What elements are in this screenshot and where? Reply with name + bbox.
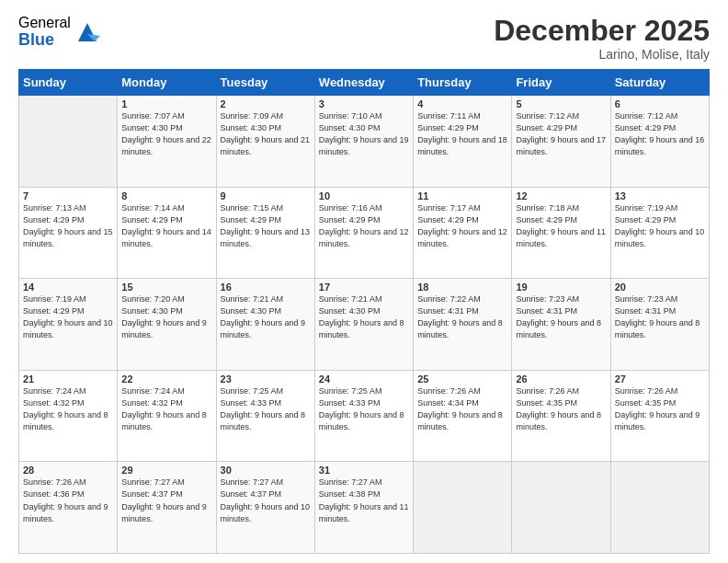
day-number: 2 [221,98,311,109]
day-number: 13 [615,190,705,201]
day-info: Sunrise: 7:18 AMSunset: 4:29 PMDaylight:… [516,202,606,250]
day-number: 24 [319,373,409,385]
day-info: Sunrise: 7:07 AMSunset: 4:30 PMDaylight:… [121,110,211,158]
table-row: 3Sunrise: 7:10 AMSunset: 4:30 PMDaylight… [314,96,413,188]
table-row: 27Sunrise: 7:26 AMSunset: 4:35 PMDayligh… [610,370,709,462]
day-info: Sunrise: 7:24 AMSunset: 4:32 PMDaylight:… [23,385,113,433]
table-row: 26Sunrise: 7:26 AMSunset: 4:35 PMDayligh… [512,370,610,462]
day-info: Sunrise: 7:11 AMSunset: 4:29 PMDaylight:… [417,110,507,158]
day-info: Sunrise: 7:26 AMSunset: 4:34 PMDaylight:… [417,385,507,433]
table-row [414,462,512,554]
day-number: 22 [121,373,211,385]
table-row: 24Sunrise: 7:25 AMSunset: 4:33 PMDayligh… [314,370,413,462]
day-number: 6 [615,98,705,109]
day-info: Sunrise: 7:22 AMSunset: 4:31 PMDaylight:… [417,293,507,341]
day-info: Sunrise: 7:15 AMSunset: 4:29 PMDaylight:… [221,202,311,250]
day-number: 4 [417,98,507,109]
day-info: Sunrise: 7:27 AMSunset: 4:37 PMDaylight:… [121,477,211,524]
day-number: 19 [516,282,606,293]
day-info: Sunrise: 7:25 AMSunset: 4:33 PMDaylight:… [319,385,409,433]
table-row [610,462,709,554]
day-info: Sunrise: 7:19 AMSunset: 4:29 PMDaylight:… [615,202,705,250]
table-row: 5Sunrise: 7:12 AMSunset: 4:29 PMDaylight… [512,96,610,188]
day-number: 12 [516,190,606,201]
day-info: Sunrise: 7:21 AMSunset: 4:30 PMDaylight:… [319,293,409,341]
logo-text: General Blue [18,15,71,49]
day-number: 9 [221,190,311,201]
day-info: Sunrise: 7:26 AMSunset: 4:35 PMDaylight:… [516,385,606,433]
day-info: Sunrise: 7:19 AMSunset: 4:29 PMDaylight:… [23,293,113,341]
table-row: 6Sunrise: 7:12 AMSunset: 4:29 PMDaylight… [610,96,709,188]
table-row: 14Sunrise: 7:19 AMSunset: 4:29 PMDayligh… [19,279,118,371]
table-row: 28Sunrise: 7:26 AMSunset: 4:36 PMDayligh… [19,462,118,554]
day-info: Sunrise: 7:13 AMSunset: 4:29 PMDaylight:… [23,202,113,250]
table-row: 20Sunrise: 7:23 AMSunset: 4:31 PMDayligh… [610,279,709,371]
location: Larino, Molise, Italy [494,47,710,62]
table-row: 21Sunrise: 7:24 AMSunset: 4:32 PMDayligh… [19,370,118,462]
day-number: 18 [417,282,507,293]
day-number: 8 [121,190,211,201]
day-number: 28 [23,465,113,476]
table-row [512,462,610,554]
logo-blue: Blue [18,31,71,50]
logo-icon [74,19,100,45]
table-row: 13Sunrise: 7:19 AMSunset: 4:29 PMDayligh… [610,187,709,279]
day-info: Sunrise: 7:26 AMSunset: 4:36 PMDaylight:… [23,477,113,524]
table-row: 12Sunrise: 7:18 AMSunset: 4:29 PMDayligh… [512,187,610,279]
table-row: 4Sunrise: 7:11 AMSunset: 4:29 PMDaylight… [414,96,512,188]
day-info: Sunrise: 7:26 AMSunset: 4:35 PMDaylight:… [615,385,705,433]
logo: General Blue [18,15,100,49]
day-number: 20 [615,282,705,293]
col-header-monday: Monday [118,70,216,96]
day-number: 29 [121,465,211,476]
table-row: 25Sunrise: 7:26 AMSunset: 4:34 PMDayligh… [414,370,512,462]
calendar-table: SundayMondayTuesdayWednesdayThursdayFrid… [18,69,710,554]
table-row: 22Sunrise: 7:24 AMSunset: 4:32 PMDayligh… [118,370,216,462]
col-header-sunday: Sunday [19,70,118,96]
header: General Blue December 2025 Larino, Molis… [18,15,710,62]
day-info: Sunrise: 7:21 AMSunset: 4:30 PMDaylight:… [221,293,311,341]
table-row: 29Sunrise: 7:27 AMSunset: 4:37 PMDayligh… [118,462,216,554]
col-header-saturday: Saturday [610,70,709,96]
table-row: 10Sunrise: 7:16 AMSunset: 4:29 PMDayligh… [314,187,413,279]
day-info: Sunrise: 7:27 AMSunset: 4:38 PMDaylight:… [319,477,409,524]
day-number: 17 [319,282,409,293]
table-row: 1Sunrise: 7:07 AMSunset: 4:30 PMDaylight… [118,96,216,188]
day-number: 23 [221,373,311,385]
day-info: Sunrise: 7:23 AMSunset: 4:31 PMDaylight:… [516,293,606,341]
table-row: 30Sunrise: 7:27 AMSunset: 4:37 PMDayligh… [216,462,314,554]
day-number: 16 [221,282,311,293]
day-info: Sunrise: 7:24 AMSunset: 4:32 PMDaylight:… [121,385,211,433]
day-info: Sunrise: 7:27 AMSunset: 4:37 PMDaylight:… [221,477,311,524]
day-number: 30 [221,465,311,476]
day-number: 10 [319,190,409,201]
day-info: Sunrise: 7:10 AMSunset: 4:30 PMDaylight:… [319,110,409,158]
day-number: 3 [319,98,409,109]
col-header-tuesday: Tuesday [216,70,314,96]
day-info: Sunrise: 7:14 AMSunset: 4:29 PMDaylight:… [121,202,211,250]
title-block: December 2025 Larino, Molise, Italy [494,15,710,62]
day-number: 26 [516,373,606,385]
day-info: Sunrise: 7:25 AMSunset: 4:33 PMDaylight:… [221,385,311,433]
day-number: 1 [121,98,211,109]
day-number: 7 [23,190,113,201]
table-row: 23Sunrise: 7:25 AMSunset: 4:33 PMDayligh… [216,370,314,462]
day-info: Sunrise: 7:12 AMSunset: 4:29 PMDaylight:… [516,110,606,158]
day-info: Sunrise: 7:12 AMSunset: 4:29 PMDaylight:… [615,110,705,158]
day-number: 15 [121,282,211,293]
table-row: 17Sunrise: 7:21 AMSunset: 4:30 PMDayligh… [314,279,413,371]
table-row: 18Sunrise: 7:22 AMSunset: 4:31 PMDayligh… [414,279,512,371]
day-number: 27 [615,373,705,385]
table-row: 16Sunrise: 7:21 AMSunset: 4:30 PMDayligh… [216,279,314,371]
month-title: December 2025 [494,15,710,47]
table-row: 15Sunrise: 7:20 AMSunset: 4:30 PMDayligh… [118,279,216,371]
day-number: 14 [23,282,113,293]
logo-general: General [18,15,71,31]
day-info: Sunrise: 7:20 AMSunset: 4:30 PMDaylight:… [121,293,211,341]
page: General Blue December 2025 Larino, Molis… [0,0,728,563]
table-row [19,96,118,188]
day-number: 5 [516,98,606,109]
table-row: 9Sunrise: 7:15 AMSunset: 4:29 PMDaylight… [216,187,314,279]
table-row: 2Sunrise: 7:09 AMSunset: 4:30 PMDaylight… [216,96,314,188]
table-row: 31Sunrise: 7:27 AMSunset: 4:38 PMDayligh… [314,462,413,554]
